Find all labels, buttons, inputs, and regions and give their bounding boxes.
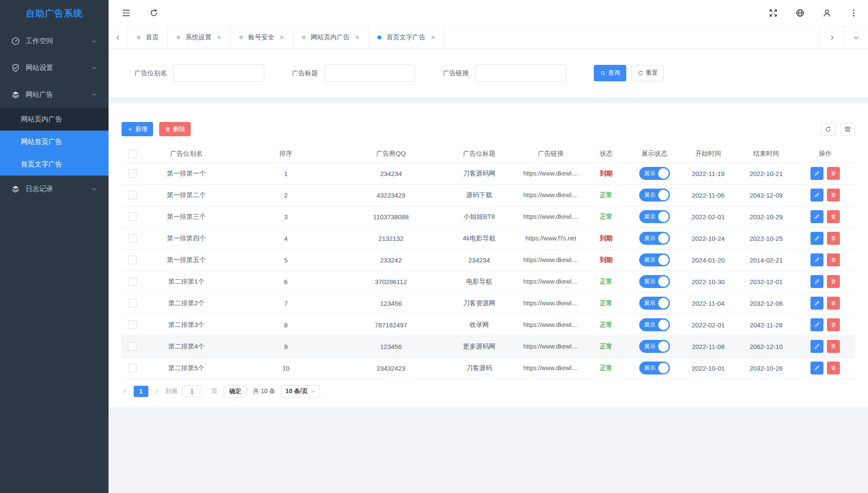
column-settings-button[interactable] [840, 123, 855, 136]
edit-button[interactable] [810, 232, 823, 245]
toggle-knob [658, 233, 669, 243]
select-all-checkbox[interactable] [128, 150, 137, 158]
edit-button[interactable] [810, 297, 823, 310]
row-delete-button[interactable] [827, 167, 840, 180]
display-toggle[interactable]: 展示 [639, 275, 670, 288]
row-checkbox[interactable] [128, 234, 137, 243]
display-toggle[interactable]: 展示 [639, 318, 670, 331]
table-row: 第二排第1个6370286112电影导航https://www.dkewl...… [122, 271, 855, 292]
tab-网站页内广告[interactable]: 网站页内广告✕ [293, 26, 369, 48]
close-icon[interactable]: ✕ [431, 35, 436, 40]
column-header-排序: 排序 [230, 145, 342, 163]
toggle-knob [658, 298, 669, 308]
close-icon[interactable]: ✕ [355, 35, 360, 40]
display-toggle[interactable]: 展示 [639, 362, 670, 375]
page-next-button[interactable] [154, 388, 160, 395]
edit-button[interactable] [810, 362, 823, 375]
toggle-knob [658, 276, 669, 287]
page-size-select[interactable]: 10 条/页 [281, 385, 320, 397]
edit-button[interactable] [810, 167, 823, 180]
row-delete-button[interactable] [827, 297, 840, 310]
sidebar-item-网站首页广告[interactable]: 网站首页广告 [0, 131, 109, 153]
table-row: 第二排第2个7123456刀客资源网https://www.dkewl....正… [122, 292, 855, 314]
query-button[interactable]: 查询 [594, 65, 626, 81]
row-checkbox[interactable] [128, 299, 137, 307]
sidebar-item-首页文字广告[interactable]: 首页文字广告 [0, 153, 109, 176]
row-delete-button[interactable] [827, 189, 840, 202]
display-toggle[interactable]: 展示 [639, 189, 670, 202]
row-checkbox[interactable] [128, 364, 137, 372]
tabs-scroll-right-button[interactable] [820, 26, 844, 48]
row-delete-button[interactable] [827, 275, 840, 288]
tab-账号安全[interactable]: 账号安全✕ [231, 26, 293, 48]
page-number-button[interactable]: 1 [134, 386, 148, 397]
tab-label: 系统设置 [186, 33, 211, 42]
cell-qq: 234234 [342, 163, 440, 184]
add-button[interactable]: 新增 [122, 122, 153, 136]
pencil-icon [814, 170, 820, 176]
edit-button[interactable] [810, 189, 823, 202]
menu-fold-icon[interactable] [122, 8, 131, 18]
display-toggle[interactable]: 展示 [639, 210, 670, 223]
edit-button[interactable] [810, 340, 823, 353]
row-delete-button[interactable] [827, 340, 840, 353]
row-delete-button[interactable] [827, 362, 840, 375]
display-toggle[interactable]: 展示 [639, 232, 670, 245]
tab-系统设置[interactable]: 系统设置✕ [168, 26, 231, 48]
edit-button[interactable] [810, 253, 823, 266]
display-toggle[interactable]: 展示 [639, 253, 670, 266]
row-delete-button[interactable] [827, 210, 840, 223]
display-toggle[interactable]: 展示 [639, 167, 670, 180]
sidebar-submenu: 网站页内广告网站首页广告首页文字广告 [0, 108, 109, 176]
edit-button[interactable] [810, 210, 823, 223]
tabs-menu-button[interactable] [844, 26, 868, 48]
refresh-icon[interactable] [149, 8, 159, 18]
fullscreen-icon[interactable] [769, 8, 778, 18]
edit-button[interactable] [810, 318, 823, 331]
delete-button[interactable]: 删除 [159, 122, 191, 136]
row-checkbox[interactable] [128, 277, 137, 286]
cell-title: 刀客源码网 [440, 163, 519, 184]
cell-start-time: 2022-10-01 [679, 357, 737, 379]
reset-button[interactable]: 重置 [631, 65, 664, 81]
row-checkbox[interactable] [128, 212, 137, 221]
row-delete-button[interactable] [827, 318, 840, 331]
page-prev-button[interactable] [122, 388, 128, 395]
search-input-广告标题[interactable] [324, 64, 415, 82]
close-icon[interactable]: ✕ [279, 35, 284, 40]
table-refresh-button[interactable] [821, 123, 836, 136]
trash-icon [830, 365, 836, 371]
row-checkbox[interactable] [128, 169, 137, 178]
row-checkbox[interactable] [128, 320, 137, 329]
tab-首页文字广告[interactable]: 首页文字广告✕ [369, 26, 445, 48]
row-delete-button[interactable] [827, 253, 840, 266]
trash-icon [830, 257, 836, 263]
globe-icon[interactable] [795, 8, 805, 18]
row-checkbox[interactable] [128, 342, 137, 351]
search-fields: 广告位别名广告标题广告链接 [135, 64, 594, 82]
display-toggle[interactable]: 展示 [639, 297, 670, 310]
status-badge: 正常 [600, 213, 613, 220]
tabs-scroll-left-button[interactable] [109, 26, 128, 48]
goto-page-input[interactable] [182, 385, 202, 397]
edit-button[interactable] [810, 275, 823, 288]
tab-首页[interactable]: 首页 [128, 26, 168, 48]
row-delete-button[interactable] [827, 232, 840, 245]
close-icon[interactable]: ✕ [217, 35, 221, 40]
sidebar-item-日志记录[interactable]: 日志记录 [0, 176, 109, 202]
sidebar-item-工作空间[interactable]: 工作空间 [0, 28, 109, 54]
more-icon[interactable] [849, 8, 858, 18]
sidebar-item-网站页内广告[interactable]: 网站页内广告 [0, 108, 109, 131]
row-checkbox[interactable] [128, 191, 137, 199]
row-checkbox[interactable] [128, 256, 137, 264]
goto-confirm-button[interactable]: 确定 [224, 385, 247, 397]
search-input-广告位别名[interactable] [173, 64, 264, 82]
cell-end-time: 2032-12-06 [737, 292, 795, 314]
trash-icon [830, 235, 836, 241]
sidebar-item-网站设置[interactable]: 网站设置 [0, 54, 109, 81]
sidebar-item-网站广告[interactable]: 网站广告 [0, 81, 109, 108]
display-toggle[interactable]: 展示 [639, 340, 670, 353]
search-input-广告链接[interactable] [475, 64, 566, 82]
cell-qq: 23432423 [342, 357, 440, 379]
user-icon[interactable] [822, 8, 832, 18]
